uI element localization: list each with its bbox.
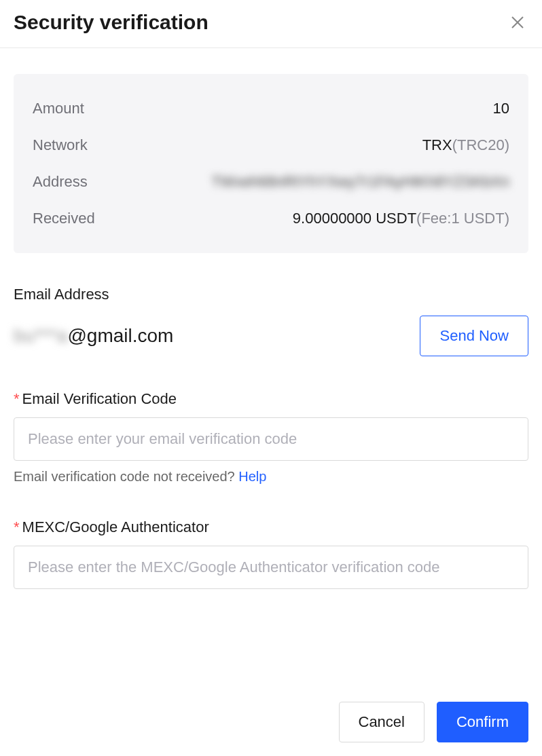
modal-header: Security verification (0, 0, 542, 48)
network-label: Network (33, 136, 88, 154)
modal-title: Security verification (14, 11, 209, 34)
email-row: bu***a@gmail.com Send Now (14, 316, 528, 356)
address-value: TWxeh68nRtYhYXwy7r1FAyHtKh8YZSKbXn (211, 173, 509, 191)
email-code-input[interactable] (14, 417, 528, 461)
summary-row-network: Network TRX(TRC20) (33, 127, 509, 164)
authenticator-input[interactable] (14, 546, 528, 589)
email-code-label: *Email Verification Code (14, 390, 528, 408)
close-button[interactable] (507, 12, 528, 33)
received-value-main: 9.00000000 USDT (293, 210, 416, 227)
transaction-summary: Amount 10 Network TRX(TRC20) Address TWx… (14, 74, 528, 253)
confirm-button[interactable]: Confirm (437, 702, 528, 742)
email-display: bu***a@gmail.com (14, 325, 173, 347)
modal-footer: Cancel Confirm (339, 702, 529, 742)
email-section: Email Address bu***a@gmail.com Send Now (14, 286, 528, 356)
email-code-label-text: Email Verification Code (22, 390, 177, 407)
network-value-suffix: (TRC20) (452, 136, 509, 153)
authenticator-label-text: MEXC/Google Authenticator (22, 518, 209, 535)
email-label: Email Address (14, 286, 528, 303)
address-label: Address (33, 173, 88, 191)
email-code-help: Email verification code not received? He… (14, 469, 528, 485)
amount-value: 10 (493, 100, 509, 117)
received-value-suffix: (Fee:1 USDT) (416, 210, 509, 227)
amount-label: Amount (33, 100, 84, 117)
summary-row-address: Address TWxeh68nRtYhYXwy7r1FAyHtKh8YZSKb… (33, 164, 509, 200)
cancel-button[interactable]: Cancel (339, 702, 424, 742)
close-icon (509, 14, 526, 31)
required-asterisk-icon: * (14, 390, 20, 407)
email-code-group: *Email Verification Code Email verificat… (14, 390, 528, 485)
summary-row-amount: Amount 10 (33, 90, 509, 127)
authenticator-group: *MEXC/Google Authenticator (14, 518, 528, 589)
received-label: Received (33, 210, 95, 227)
email-domain: @gmail.com (67, 325, 173, 347)
network-value: TRX(TRC20) (422, 136, 509, 154)
summary-row-received: Received 9.00000000 USDT(Fee:1 USDT) (33, 200, 509, 237)
network-value-main: TRX (422, 136, 452, 153)
help-text: Email verification code not received? (14, 469, 238, 484)
email-masked-prefix: bu***a (14, 325, 67, 347)
modal-body: Amount 10 Network TRX(TRC20) Address TWx… (0, 48, 542, 603)
required-asterisk-icon: * (14, 518, 20, 535)
received-value: 9.00000000 USDT(Fee:1 USDT) (293, 210, 509, 227)
authenticator-label: *MEXC/Google Authenticator (14, 518, 528, 536)
send-now-button[interactable]: Send Now (420, 316, 528, 356)
help-link[interactable]: Help (238, 469, 266, 484)
